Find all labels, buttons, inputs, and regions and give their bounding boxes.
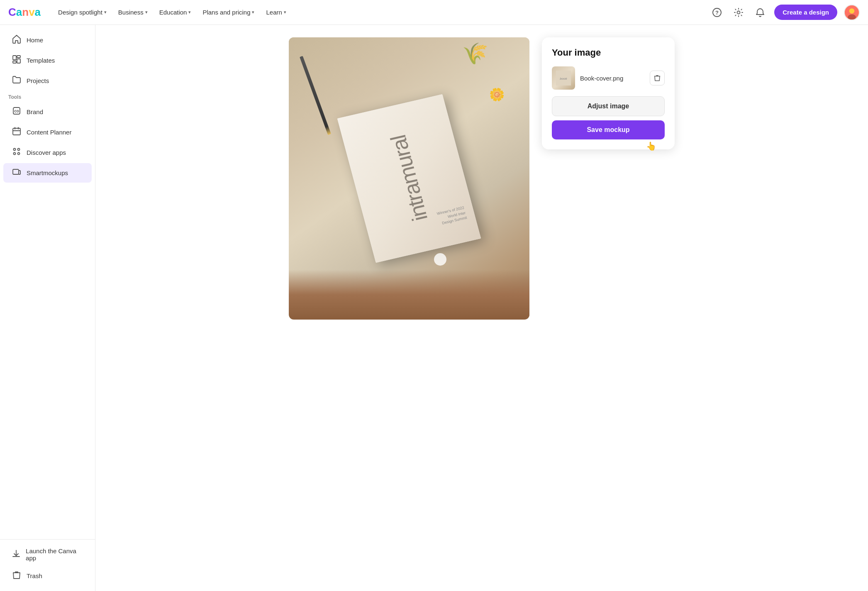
svg-text:?: ? bbox=[715, 10, 719, 16]
sidebar-item-trash[interactable]: Trash bbox=[3, 566, 92, 586]
image-row: book Book-cover.png bbox=[552, 66, 665, 90]
sidebar-item-templates-label: Templates bbox=[27, 57, 55, 64]
svg-text:book: book bbox=[560, 77, 567, 81]
tools-section-label: Tools bbox=[0, 91, 95, 102]
svg-rect-8 bbox=[17, 59, 20, 63]
image-thumbnail: book bbox=[552, 66, 575, 90]
header-right: ? Create a design bbox=[710, 5, 860, 20]
sidebar-item-launch-app-label: Launch the Canva app bbox=[26, 547, 83, 562]
download-icon bbox=[12, 549, 21, 560]
nav-plans-pricing[interactable]: Plans and pricing ▾ bbox=[197, 6, 259, 18]
sidebar-bottom: Launch the Canva app Trash bbox=[0, 539, 95, 586]
wood-decoration bbox=[289, 270, 529, 320]
plant-decoration: 🌾 bbox=[462, 42, 488, 66]
image-filename: Book-cover.png bbox=[580, 75, 645, 82]
adjust-image-button[interactable]: Adjust image bbox=[552, 96, 665, 116]
chevron-down-icon: ▾ bbox=[145, 10, 148, 15]
sidebar-item-home[interactable]: Home bbox=[3, 30, 92, 50]
apps-icon bbox=[12, 147, 22, 158]
thumb-preview: book bbox=[552, 66, 575, 90]
settings-icon[interactable] bbox=[731, 5, 746, 20]
trash-icon bbox=[12, 570, 22, 581]
notification-icon[interactable] bbox=[753, 5, 768, 20]
svg-rect-17 bbox=[13, 169, 19, 174]
nav-education[interactable]: Education ▾ bbox=[154, 6, 196, 18]
sidebar-item-templates[interactable]: Templates bbox=[3, 51, 92, 70]
your-image-panel: Your image book Book-cover.png bbox=[542, 37, 675, 149]
layout: Home Templates Projects Tools co Brand bbox=[0, 25, 868, 591]
nav-learn[interactable]: Learn ▾ bbox=[261, 6, 291, 18]
svg-rect-7 bbox=[17, 56, 20, 58]
main-nav: Design spotlight ▾ Business ▾ Education … bbox=[53, 6, 710, 18]
sidebar-item-home-label: Home bbox=[27, 37, 43, 44]
chevron-down-icon: ▾ bbox=[252, 10, 254, 15]
header: Canva Design spotlight ▾ Business ▾ Educ… bbox=[0, 0, 868, 25]
sidebar-item-brand[interactable]: co Brand bbox=[3, 102, 92, 122]
sidebar-item-discover-apps[interactable]: Discover apps bbox=[3, 143, 92, 162]
canva-logo[interactable]: Canva bbox=[8, 6, 41, 19]
templates-icon bbox=[12, 55, 22, 66]
sidebar-item-content-planner-label: Content Planner bbox=[27, 129, 71, 136]
delete-image-button[interactable] bbox=[650, 71, 665, 85]
sidebar-item-discover-apps-label: Discover apps bbox=[27, 149, 66, 156]
sidebar-item-trash-label: Trash bbox=[27, 572, 42, 579]
panel-title: Your image bbox=[552, 47, 665, 58]
svg-point-2 bbox=[737, 11, 740, 14]
chevron-down-icon: ▾ bbox=[188, 10, 191, 15]
chevron-down-icon: ▾ bbox=[104, 10, 107, 15]
svg-point-5 bbox=[848, 14, 856, 20]
chevron-down-icon: ▾ bbox=[284, 10, 286, 15]
help-icon[interactable]: ? bbox=[710, 5, 724, 20]
main-content: 🌾 🌼 intramural Winner's of 2022World Int… bbox=[95, 25, 868, 591]
cursor-icon: 👆 bbox=[646, 141, 656, 151]
svg-rect-6 bbox=[13, 56, 16, 60]
save-mockup-button[interactable]: Save mockup bbox=[552, 120, 665, 139]
decor-sphere bbox=[434, 253, 446, 266]
sidebar-item-brand-label: Brand bbox=[27, 108, 43, 115]
svg-rect-9 bbox=[13, 61, 16, 63]
sidebar-item-projects-label: Projects bbox=[27, 77, 49, 84]
sidebar-item-smartmockups[interactable]: Smartmockups bbox=[3, 163, 92, 183]
svg-point-15 bbox=[14, 153, 16, 155]
mockup-preview: 🌾 🌼 intramural Winner's of 2022World Int… bbox=[289, 37, 529, 320]
mockup-canvas: 🌾 🌼 intramural Winner's of 2022World Int… bbox=[289, 37, 529, 320]
sidebar: Home Templates Projects Tools co Brand bbox=[0, 25, 95, 591]
projects-icon bbox=[12, 75, 22, 86]
create-design-button[interactable]: Create a design bbox=[774, 5, 837, 20]
avatar[interactable] bbox=[844, 5, 860, 20]
flower-decoration: 🌼 bbox=[489, 87, 505, 102]
sidebar-item-launch-app[interactable]: Launch the Canva app bbox=[3, 543, 92, 566]
mockups-icon bbox=[12, 167, 22, 178]
svg-point-16 bbox=[18, 153, 20, 155]
brand-icon: co bbox=[12, 106, 22, 117]
sidebar-item-smartmockups-label: Smartmockups bbox=[27, 169, 68, 176]
svg-point-13 bbox=[14, 149, 16, 151]
svg-text:co: co bbox=[14, 109, 19, 113]
sidebar-item-projects[interactable]: Projects bbox=[3, 71, 92, 90]
nav-business[interactable]: Business ▾ bbox=[113, 6, 153, 18]
svg-point-14 bbox=[18, 149, 20, 151]
trash-icon bbox=[653, 74, 661, 82]
home-icon bbox=[12, 34, 22, 46]
svg-rect-12 bbox=[13, 128, 20, 135]
calendar-icon bbox=[12, 127, 22, 138]
sidebar-item-content-planner[interactable]: Content Planner bbox=[3, 122, 92, 142]
svg-point-4 bbox=[849, 8, 855, 14]
nav-design-spotlight[interactable]: Design spotlight ▾ bbox=[53, 6, 112, 18]
